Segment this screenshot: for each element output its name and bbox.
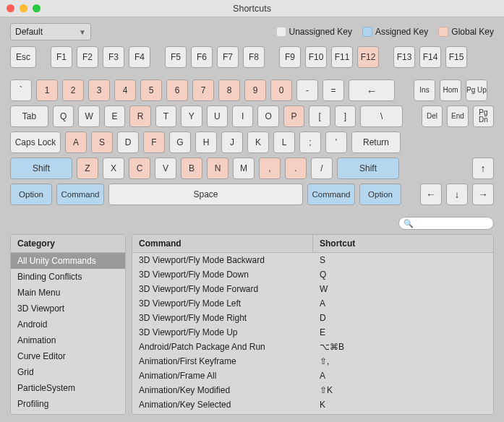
key--[interactable]: - xyxy=(296,79,318,101)
key-esc[interactable]: Esc xyxy=(10,46,36,68)
key-l[interactable]: L xyxy=(273,132,295,153)
key-f5[interactable]: F5 xyxy=(165,46,187,68)
category-item[interactable]: Android xyxy=(11,316,125,332)
key--[interactable]: , xyxy=(259,158,281,179)
key--[interactable]: → xyxy=(472,184,494,205)
category-list[interactable]: All Unity CommandsBinding ConflictsMain … xyxy=(11,253,125,414)
command-row[interactable]: 3D Viewport/Fly Mode LeftA xyxy=(132,296,493,311)
key-f15[interactable]: F15 xyxy=(445,46,467,68)
key-return[interactable]: Return xyxy=(351,132,401,153)
command-row[interactable]: Animation/Key SelectedK xyxy=(132,397,493,412)
key-f8[interactable]: F8 xyxy=(243,46,265,68)
key-1[interactable]: 1 xyxy=(36,79,58,101)
command-row[interactable]: 3D Viewport/Fly Mode BackwardS xyxy=(132,253,493,267)
key-f11[interactable]: F11 xyxy=(331,46,353,68)
key-f13[interactable]: F13 xyxy=(393,46,415,68)
key-f1[interactable]: F1 xyxy=(51,46,72,68)
key-f12[interactable]: F12 xyxy=(357,46,379,68)
category-item[interactable]: Profiling xyxy=(11,396,125,412)
key-p[interactable]: P xyxy=(283,106,304,127)
category-item[interactable]: 3D Viewport xyxy=(11,301,125,316)
command-list[interactable]: 3D Viewport/Fly Mode BackwardS3D Viewpor… xyxy=(132,253,493,414)
key-f2[interactable]: F2 xyxy=(77,46,98,68)
key-pg-up[interactable]: Pg Up xyxy=(466,79,487,101)
key-f[interactable]: F xyxy=(143,132,165,153)
key--[interactable]: ↓ xyxy=(446,184,468,205)
key-s[interactable]: S xyxy=(91,132,113,153)
key-option[interactable]: Option xyxy=(359,184,401,205)
key-f4[interactable]: F4 xyxy=(129,46,150,68)
key-f9[interactable]: F9 xyxy=(279,46,301,68)
key-8[interactable]: 8 xyxy=(218,79,240,101)
key-a[interactable]: A xyxy=(65,132,87,153)
key-u[interactable]: U xyxy=(207,106,228,127)
key-command[interactable]: Command xyxy=(56,184,104,205)
key-f7[interactable]: F7 xyxy=(217,46,239,68)
command-header-cmd[interactable]: Command xyxy=(132,235,313,252)
key-k[interactable]: K xyxy=(247,132,269,153)
command-row[interactable]: 3D Viewport/Fly Mode UpE xyxy=(132,325,493,340)
key-t[interactable]: T xyxy=(155,106,176,127)
key-del[interactable]: Del xyxy=(422,106,443,127)
key--[interactable]: ← xyxy=(349,79,395,101)
search-field[interactable] xyxy=(417,219,489,228)
key-shift[interactable]: Shift xyxy=(337,158,399,179)
key-space[interactable]: Space xyxy=(108,184,303,205)
key--[interactable]: / xyxy=(311,158,333,179)
command-row[interactable]: Animation/First Keyframe⇧, xyxy=(132,354,493,369)
category-item[interactable]: ParticleSystem xyxy=(11,380,125,396)
category-item[interactable]: Binding Conflicts xyxy=(11,269,125,285)
category-item[interactable]: All Unity Commands xyxy=(11,253,125,269)
key-f6[interactable]: F6 xyxy=(191,46,213,68)
key-command[interactable]: Command xyxy=(307,184,355,205)
category-item[interactable]: Grid xyxy=(11,364,125,380)
category-item[interactable]: Main Menu xyxy=(11,285,125,301)
key-option[interactable]: Option xyxy=(10,184,52,205)
key-e[interactable]: E xyxy=(104,106,125,127)
key-2[interactable]: 2 xyxy=(62,79,84,101)
key-j[interactable]: J xyxy=(221,132,243,153)
key-ins[interactable]: Ins xyxy=(414,79,435,101)
command-row[interactable]: Animation/Frame AllA xyxy=(132,369,493,383)
key-9[interactable]: 9 xyxy=(244,79,266,101)
key-6[interactable]: 6 xyxy=(166,79,188,101)
key-f14[interactable]: F14 xyxy=(419,46,441,68)
key--[interactable]: ` xyxy=(10,79,32,101)
key--[interactable]: ; xyxy=(299,132,321,153)
key--[interactable]: ' xyxy=(325,132,347,153)
minimize-icon[interactable] xyxy=(20,4,27,12)
key-b[interactable]: B xyxy=(181,158,202,179)
zoom-icon[interactable] xyxy=(33,4,40,12)
profile-dropdown[interactable]: Default ▼ xyxy=(10,23,91,40)
command-header-sc[interactable]: Shortcut xyxy=(313,235,493,252)
key-x[interactable]: X xyxy=(103,158,124,179)
key--[interactable]: . xyxy=(285,158,307,179)
key-z[interactable]: Z xyxy=(77,158,98,179)
key-caps-lock[interactable]: Caps Lock xyxy=(10,132,61,153)
key-w[interactable]: W xyxy=(78,106,99,127)
key-5[interactable]: 5 xyxy=(140,79,162,101)
command-row[interactable]: 3D Viewport/Fly Mode DownQ xyxy=(132,267,493,282)
key-7[interactable]: 7 xyxy=(192,79,214,101)
key-shift[interactable]: Shift xyxy=(10,158,72,179)
key-end[interactable]: End xyxy=(447,106,468,127)
command-row[interactable]: Animation/Key Modified⇧K xyxy=(132,383,493,397)
key-4[interactable]: 4 xyxy=(114,79,136,101)
key-f3[interactable]: F3 xyxy=(103,46,124,68)
key--[interactable]: ↑ xyxy=(472,158,494,179)
key--[interactable]: ← xyxy=(420,184,442,205)
key-i[interactable]: I xyxy=(232,106,253,127)
key-0[interactable]: 0 xyxy=(270,79,292,101)
key--[interactable]: \ xyxy=(360,106,403,127)
key-q[interactable]: Q xyxy=(53,106,74,127)
key-m[interactable]: M xyxy=(233,158,255,179)
key-f10[interactable]: F10 xyxy=(305,46,327,68)
search-input[interactable]: 🔍 xyxy=(398,217,494,230)
key--[interactable]: [ xyxy=(309,106,330,127)
key-c[interactable]: C xyxy=(129,158,150,179)
category-item[interactable]: Curve Editor xyxy=(11,348,125,364)
key-d[interactable]: D xyxy=(117,132,139,153)
key-pg-dn[interactable]: Pg Dn xyxy=(473,106,494,127)
category-item[interactable]: Scene Picking xyxy=(11,412,125,414)
key-tab[interactable]: Tab xyxy=(10,106,48,127)
